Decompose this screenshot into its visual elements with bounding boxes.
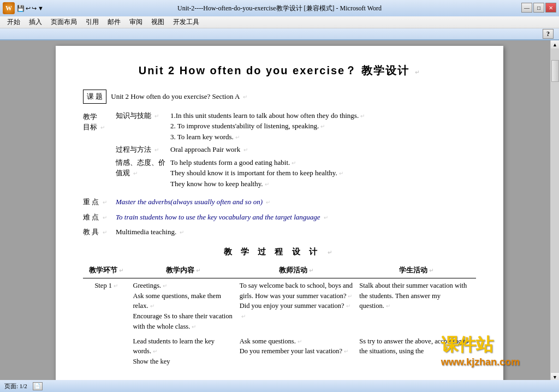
vertical-scrollbar[interactable]: ▲ ▼ [550, 40, 559, 381]
zhishi-item-3: 3. To learn key words.↵ [170, 132, 476, 142]
jiaoju-row: 教 具 ↵ Multimedia teaching. ↵ [83, 227, 476, 237]
page: Unit 2 How often do you exercise？ 教学设计 ↵… [56, 46, 503, 385]
scroll-up-button[interactable]: ▲ [551, 40, 559, 49]
step-2-content: Lead students to learn the key words.↵ S… [129, 334, 236, 369]
nandian-content: To train students how to use the key voc… [116, 212, 476, 223]
zhishi-item-2: 2. To improve students'ability of listen… [170, 121, 476, 132]
zhishi-row: 知识与技能 ↵ 1.In this unit students learn to… [116, 110, 476, 142]
zhishi-label: 知识与技能 ↵ [116, 110, 170, 142]
qinggan-item-1: To help students form a good eating habi… [170, 157, 476, 168]
guocheng-row: 过程与方法 ↵ Oral approach Pair work ↵ [116, 144, 476, 155]
zhishi-item-1: 1.In this unit students learn to talk ab… [170, 110, 476, 121]
menu-review[interactable]: 审阅 [125, 16, 147, 28]
menu-references[interactable]: 引用 [81, 16, 103, 28]
menu-insert[interactable]: 插入 [25, 16, 46, 28]
header-content: 教学内容↵ [129, 263, 236, 278]
ribbon: ? [0, 28, 559, 40]
redo-icon[interactable]: ↪ [32, 5, 37, 12]
qinggan-item-2: They should know it is important for the… [170, 168, 476, 179]
table-row: Lead students to learn the key words.↵ S… [83, 334, 476, 369]
minimize-button[interactable]: — [521, 3, 532, 13]
window-title: Unit-2----How-often-do-you-exercise教学设计 … [177, 4, 382, 13]
jiaoxue-label: 教学目标 [83, 112, 97, 132]
jiaoju-content: Multimedia teaching. ↵ [116, 227, 476, 237]
qinggan-row: 情感、态度、价值观 ↵ To help students form a good… [116, 157, 476, 189]
dropdown-icon[interactable]: ▼ [38, 5, 44, 12]
menu-view[interactable]: 视图 [147, 16, 169, 28]
objectives-label: 教学目标 ↵ [83, 110, 116, 192]
header-teacher: 教师活动↵ [236, 263, 356, 278]
office-logo: W [3, 2, 15, 14]
keti-text: Unit 2 How often do you exercise? Sectio… [111, 92, 239, 100]
header-student: 学生活动↵ [356, 263, 476, 278]
menu-start[interactable]: 开始 [3, 16, 25, 28]
step-1-student: Stalk about their summer vacation with t… [356, 278, 476, 334]
maximize-button[interactable]: □ [533, 3, 544, 13]
scroll-thumb[interactable] [551, 60, 559, 82]
keti-label: 课 题 [83, 90, 106, 104]
process-table: 教学环节↵ 教学内容↵ 教师活动↵ 学生活动↵ Step 1↵ Greeting… [83, 263, 476, 369]
qinggan-content: To help students form a good eating habi… [170, 157, 476, 189]
window-controls[interactable]: — □ ✕ [521, 3, 556, 13]
return-mark: ↵ [415, 69, 420, 75]
close-button[interactable]: ✕ [545, 3, 556, 13]
main-area: Unit 2 How often do you exercise？ 教学设计 ↵… [0, 40, 559, 392]
jiaoju-label: 教 具 ↵ [83, 227, 116, 237]
step-2-teacher: Ask some questions.↵ Do you remember you… [236, 334, 356, 369]
menu-dev-tools[interactable]: 开发工具 [169, 16, 204, 28]
objectives-section: 教学目标 ↵ 知识与技能 ↵ 1.In this unit students l… [83, 110, 476, 192]
table-header-row: 教学环节↵ 教学内容↵ 教师活动↵ 学生活动↵ [83, 263, 476, 278]
menu-bar: 开始 插入 页面布局 引用 邮件 审阅 视图 开发工具 [0, 16, 559, 28]
undo-icon[interactable]: ↩ [26, 5, 31, 12]
document-area: Unit 2 How often do you exercise？ 教学设计 ↵… [0, 40, 559, 392]
step-1-teacher: To say welcome back to school, boys and … [236, 278, 356, 334]
menu-mail[interactable]: 邮件 [103, 16, 125, 28]
guocheng-content: Oral approach Pair work ↵ [170, 144, 476, 155]
help-button[interactable]: ? [543, 29, 554, 39]
step-1-content: Greetings.↵ Ask some questions, make the… [129, 278, 236, 334]
page-title-text: Unit 2 How often do you exercise？ 教学设计 [139, 64, 409, 76]
page-status: 页面: 1/2 [4, 382, 27, 390]
header-step: 教学环节↵ [83, 263, 129, 278]
zhongdian-label: 重 点 ↵ [83, 197, 116, 207]
qinggan-item-3: They know how to keep healthy.↵ [170, 179, 476, 189]
menu-page-layout[interactable]: 页面布局 [46, 16, 81, 28]
title-bar: W 💾 ↩ ↪ ▼ Unit-2----How-often-do-you-exe… [0, 0, 559, 16]
keti-content: Unit 2 How often do you exercise? Sectio… [111, 91, 247, 102]
nandian-label: 难 点 ↵ [83, 212, 116, 223]
qinggan-label: 情感、态度、价值观 ↵ [116, 157, 170, 189]
zhishi-content: 1.In this unit students learn to talk ab… [170, 110, 476, 142]
page-title: Unit 2 How often do you exercise？ 教学设计 ↵ [83, 62, 476, 79]
step-1-label: Step 1↵ [83, 278, 129, 369]
keti-row: 课 题 Unit 2 How often do you exercise? Se… [83, 90, 476, 104]
save-icon[interactable]: 💾 [17, 5, 25, 12]
table-row: Step 1↵ Greetings.↵ Ask some questions, … [83, 278, 476, 334]
nandian-row: 难 点 ↵ To train students how to use the k… [83, 212, 476, 223]
process-title: 教 学 过 程 设 计 ↵ [83, 246, 476, 258]
page-icon[interactable]: 📄 [33, 382, 43, 390]
step-2-student: Ss try to answer the above, according to… [356, 334, 476, 369]
status-bar: 页面: 1/2 📄 [0, 380, 559, 392]
scroll-track[interactable] [551, 49, 559, 381]
title-left: W 💾 ↩ ↪ ▼ [3, 2, 44, 14]
keti-return: ↵ [243, 94, 247, 100]
zhongdian-row: 重 点 ↵ Master the adverbs(always usually … [83, 197, 476, 207]
guocheng-label: 过程与方法 ↵ [116, 144, 170, 155]
quick-access[interactable]: 💾 ↩ ↪ ▼ [17, 5, 44, 12]
zhongdian-content: Master the adverbs(always usually often … [116, 197, 476, 207]
objectives-content: 知识与技能 ↵ 1.In this unit students learn to… [116, 110, 476, 192]
